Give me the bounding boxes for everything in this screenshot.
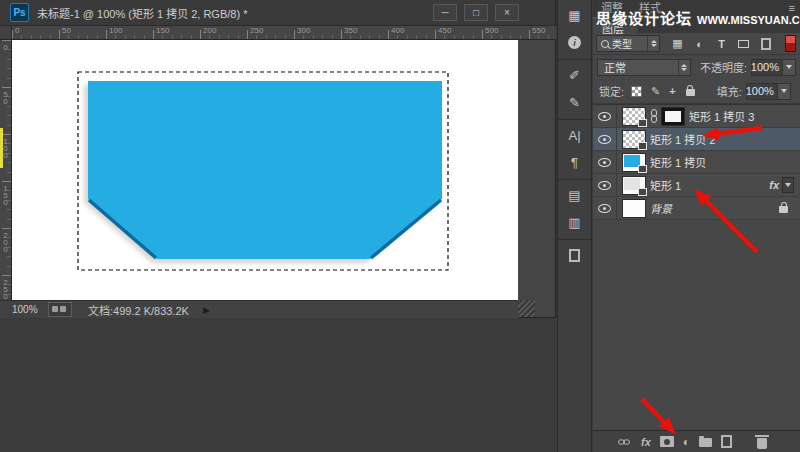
paragraph-panel-icon[interactable]: ¶ [561,151,588,174]
panel-menu-icon[interactable]: ≡ [789,2,795,14]
document-titlebar[interactable]: Ps 未标题-1 @ 100% (矩形 1 拷贝 2, RGB/8) * ─ □… [0,0,555,26]
layer-name[interactable]: 背景 [650,200,672,216]
chevron-down-icon [786,65,792,69]
layer-mask-thumbnail[interactable] [662,108,684,125]
layer-name[interactable]: 矩形 1 拷贝 [650,154,706,170]
lock-transparent-pixels-icon[interactable] [631,86,642,97]
visibility-toggle[interactable] [593,197,617,219]
window-resize-grip[interactable] [518,300,535,317]
layer-row-background[interactable]: 背景 [593,197,800,220]
zoom-level-field[interactable]: 100% [12,304,48,315]
new-layer-icon[interactable] [721,435,732,448]
ruler-tick-label: 400 [391,27,404,35]
layer-thumbnail[interactable] [623,108,645,125]
layer-thumbnail[interactable] [623,131,645,148]
lock-image-pixels-icon[interactable]: ✎ [651,85,660,98]
filter-pixel-layers-icon[interactable]: ▦ [669,36,686,52]
document-page-icon [569,249,580,262]
link-layers-icon[interactable] [618,438,630,445]
layers-list: 矩形 1 拷贝 3 矩形 1 拷贝 2 矩形 1 拷贝 矩形 1 fx 背景 [593,104,800,220]
ruler-tick-label: 0 [15,27,19,35]
layer-row-rect1-copy[interactable]: 矩形 1 拷贝 [593,151,800,174]
layer-name[interactable]: 矩形 1 [650,177,681,193]
brush-presets-panel-icon[interactable]: ✐ [561,64,588,87]
eye-icon [598,112,611,121]
fx-collapse-button[interactable] [782,177,794,193]
filter-shape-layers-icon[interactable] [735,36,752,52]
dock-divider [558,239,591,240]
visibility-toggle[interactable] [593,105,617,127]
ruler-tick-label: 50 [62,27,71,35]
layer-thumbnail[interactable] [623,200,645,217]
dock-divider [558,179,591,180]
window-controls: ─ □ × [433,4,519,21]
chevron-down-icon [785,183,791,187]
close-button[interactable]: × [495,4,519,21]
layer-filter-row: 类型 ▦ ◐ T [593,33,800,55]
ruler-corner [0,26,12,40]
layer-filtering-toggle[interactable] [785,35,796,52]
canvas[interactable] [12,40,518,300]
ruler-tick-label: 100 [109,27,122,35]
ruler-tick-label: 500 [485,27,498,35]
layer-comps-panel-icon[interactable]: ▤ [561,184,588,207]
fill-value-field[interactable]: 100% [746,83,778,100]
shape-layer-badge-icon [638,188,647,196]
filter-type-layers-icon[interactable]: T [713,36,730,52]
mask-link-icon[interactable] [650,109,658,123]
character-panel-icon[interactable]: A| [561,124,588,147]
eye-icon [598,204,611,213]
layer-name[interactable]: 矩形 1 拷贝 2 [650,131,715,147]
layer-thumbnail[interactable] [623,177,645,194]
swatches-panel-icon[interactable]: ▦ [561,4,588,27]
minimize-button[interactable]: ─ [433,4,457,21]
opacity-value-field[interactable]: 100% [751,59,783,76]
fill-dropdown-button[interactable] [778,83,791,100]
tab-layers[interactable]: 图层 [593,17,638,33]
layer-row-rect1-copy2-selected[interactable]: 矩形 1 拷贝 2 [593,128,800,151]
ruler-tick-label: 50 [1,90,9,104]
lock-position-icon[interactable]: + [669,85,675,97]
brush-panel-icon[interactable]: ✎ [561,91,588,114]
shape-layer-badge-icon [638,142,647,150]
maximize-button[interactable]: □ [464,4,488,21]
banner-shape [88,81,442,259]
layer-row-rect1[interactable]: 矩形 1 fx [593,174,800,197]
adjustment-layer-icon[interactable]: ◐ [683,435,690,449]
blend-mode-row: 正常 不透明度: 100% [593,55,800,79]
layer-row-rect1-copy3[interactable]: 矩形 1 拷贝 3 [593,105,800,128]
new-group-icon[interactable] [699,438,712,447]
visibility-toggle[interactable] [593,151,617,173]
filter-kind-select[interactable]: 类型 [596,35,660,52]
panel-tabs-row-bottom: 图层 [593,17,800,33]
notes-panel-icon[interactable]: ▥ [561,211,588,234]
ruler-tick-label: 250 [250,27,263,35]
blend-mode-select[interactable]: 正常 [597,59,691,76]
fx-icon[interactable]: fx [769,179,779,191]
opacity-dropdown-button[interactable] [783,59,796,76]
layer-name[interactable]: 矩形 1 拷贝 3 [689,108,754,124]
info-panel-icon[interactable]: i [561,31,588,54]
library-panel-icon[interactable] [561,244,588,267]
tab-adjustments[interactable]: 调整 [601,0,623,17]
filter-adjustment-layers-icon[interactable]: ◐ [691,36,708,52]
panel-tabs-row-top: 调整 样式 [593,0,800,17]
ruler-tick-label: 450 [438,27,451,35]
layer-style-icon[interactable]: fx [641,436,651,448]
filter-smart-object-icon[interactable] [757,36,774,52]
ruler-tick-label: 0 [1,43,9,50]
visibility-toggle[interactable] [593,174,617,196]
layer-thumbnail[interactable] [623,154,645,171]
left-edge-accent [0,128,3,168]
add-layer-mask-icon[interactable] [660,436,674,447]
shape-rect-icon [738,40,749,48]
delete-layer-icon[interactable] [757,438,767,449]
info-icon: i [568,36,581,49]
status-menu-arrow-icon[interactable]: ▶ [203,305,210,315]
eye-icon [598,158,611,167]
status-options-icon[interactable] [48,302,72,317]
tab-styles[interactable]: 样式 [639,0,661,17]
ruler-tick-label: 550 [532,27,545,35]
visibility-toggle[interactable] [593,128,617,150]
lock-all-icon[interactable] [686,89,695,96]
